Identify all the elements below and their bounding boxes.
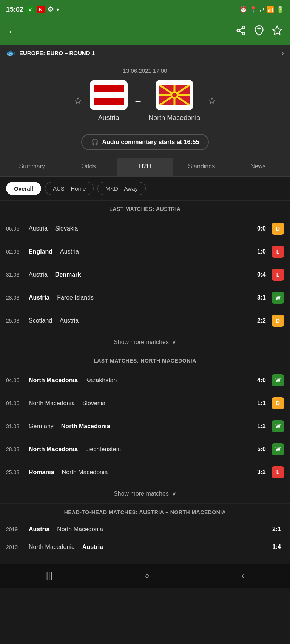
away-name: Austria <box>60 248 79 255</box>
nav-home-button[interactable]: ○ <box>144 571 149 581</box>
away-name: Slovenia <box>82 400 105 407</box>
svg-point-2 <box>242 32 245 35</box>
tab-news[interactable]: News <box>230 158 286 176</box>
status-n-icon: N <box>37 6 44 13</box>
chevron-down-icon: ∨ <box>172 490 176 497</box>
audio-commentary-button[interactable]: 🎧 Audio commentary starts at 16:55 <box>81 134 209 150</box>
result-badge: D <box>272 223 284 235</box>
location-icon: 📍 <box>250 6 257 13</box>
result-badge: L <box>272 246 284 258</box>
match-teams-cell: North Macedonia Slovenia <box>29 400 244 407</box>
home-favorite-icon[interactable]: ☆ <box>74 95 82 107</box>
away-name: Slovakia <box>55 225 78 232</box>
match-teams-cell: Romania North Macedonia <box>29 469 244 476</box>
svg-rect-8 <box>94 85 124 92</box>
status-dot: • <box>57 6 59 14</box>
svg-rect-9 <box>94 92 124 98</box>
home-name: Austria <box>29 294 49 301</box>
away-team-name: North Macedonia <box>148 114 200 122</box>
austria-match-3: 31.03. Austria Denmark 0:4 L <box>0 263 290 286</box>
result-badge: D <box>272 397 284 409</box>
show-more-mkd[interactable]: Show more matches ∨ <box>0 484 290 504</box>
svg-point-1 <box>237 29 240 32</box>
away-name: Austria <box>60 317 79 324</box>
score-cell: 3:1 <box>247 294 266 301</box>
status-v-icon: V <box>26 6 34 13</box>
austria-section-header: LAST MATCHES: AUSTRIA <box>0 200 290 217</box>
match-teams: ☆ Austria – <box>8 80 282 122</box>
match-header: 13.06.2021 17:00 ☆ Austria – <box>0 61 290 129</box>
score-cell: 0:4 <box>247 271 266 278</box>
svg-line-3 <box>239 31 242 33</box>
score-cell: 0:0 <box>247 225 266 232</box>
signal-icon: 📶 <box>267 6 274 13</box>
match-teams-cell: Austria North Macedonia <box>29 526 259 533</box>
match-vs-block: – <box>135 95 141 107</box>
score-cell: 1:1 <box>247 400 266 407</box>
mkd-match-5: 25.03. Romania North Macedonia 3:2 L <box>0 461 290 484</box>
tab-odds[interactable]: Odds <box>60 158 117 176</box>
match-date-cell: 04.06. <box>6 377 26 383</box>
result-badge: W <box>272 292 284 304</box>
svg-line-4 <box>239 28 242 30</box>
pin-button[interactable] <box>254 25 264 38</box>
score-cell: 5:0 <box>247 446 266 453</box>
audio-commentary-label: Audio commentary starts at 16:55 <box>102 139 199 146</box>
mkd-match-2: 01.06. North Macedonia Slovenia 1:1 D <box>0 392 290 415</box>
tab-h2h[interactable]: H2H <box>117 158 173 176</box>
mkd-match-1: 04.06. North Macedonia Kazakhstan 4:0 W <box>0 369 290 392</box>
home-name: Austria <box>29 271 48 278</box>
home-name: North Macedonia <box>29 377 78 384</box>
mkd-match-4: 28.03. North Macedonia Liechtenstein 5:0… <box>0 438 290 461</box>
home-team-name: Austria <box>98 114 119 122</box>
league-bar[interactable]: 🐟 EUROPE: EURO – ROUND 1 › <box>0 45 290 61</box>
status-gear-icon: ⚙ <box>48 5 54 14</box>
match-date-cell: 28.03. <box>6 446 26 452</box>
nav-menu-button[interactable]: ||| <box>46 571 52 581</box>
sync-icon: ⇄ <box>259 6 264 13</box>
show-more-austria[interactable]: Show more matches ∨ <box>0 332 290 352</box>
nav-back-button[interactable]: ‹ <box>241 571 244 581</box>
status-right-icons: ⏰ 📍 ⇄ 📶 🔋 <box>240 6 284 13</box>
austria-match-4: 28.03. Austria Faroe Islands 3:1 W <box>0 286 290 309</box>
svg-marker-7 <box>273 26 281 34</box>
battery-icon: 🔋 <box>276 6 284 13</box>
home-name: England <box>29 248 52 255</box>
filter-aus-home[interactable]: AUS – Home <box>45 182 94 195</box>
match-score-display: – <box>135 95 141 107</box>
tab-standings[interactable]: Standings <box>173 158 230 176</box>
filter-overall[interactable]: Overall <box>6 182 41 195</box>
filter-mkd-away[interactable]: MKD – Away <box>97 182 146 195</box>
score-cell: 2:2 <box>247 317 266 324</box>
back-button[interactable]: ← <box>8 26 17 37</box>
match-date-cell: 06.06. <box>6 226 26 232</box>
home-name: Germany <box>29 423 54 430</box>
svg-point-0 <box>242 26 245 29</box>
match-date-cell: 28.03. <box>6 295 26 301</box>
austria-match-2: 02.06. England Austria 1:0 L <box>0 240 290 263</box>
headphones-icon: 🎧 <box>91 138 99 146</box>
match-date-cell: 01.06. <box>6 400 26 406</box>
austria-match-1: 06.06. Austria Slovakia 0:0 D <box>0 217 290 240</box>
favorite-button[interactable] <box>272 25 282 38</box>
away-name: Austria <box>82 544 103 550</box>
h2h-match-1: 2019 Austria North Macedonia 2:1 <box>0 521 290 538</box>
match-date-cell: 31.03. <box>6 423 26 429</box>
match-date-cell: 2019 <box>6 544 26 550</box>
league-flag-icon: 🐟 <box>6 48 15 57</box>
away-name: North Macedonia <box>57 526 103 533</box>
match-teams-cell: North Macedonia Kazakhstan <box>29 377 244 384</box>
result-badge: L <box>272 269 284 281</box>
tab-summary[interactable]: Summary <box>4 158 60 176</box>
chevron-down-icon: ∨ <box>172 338 176 346</box>
audio-bar: 🎧 Audio commentary starts at 16:55 <box>0 129 290 158</box>
share-button[interactable] <box>236 25 246 38</box>
macedonia-section-header: LAST MATCHES: NORTH MACEDONIA <box>0 352 290 369</box>
match-teams-cell: North Macedonia Austria <box>29 544 259 550</box>
h2h-section-header: HEAD-TO-HEAD MATCHES: AUSTRIA – NORTH MA… <box>0 504 290 521</box>
home-name: North Macedonia <box>29 446 78 453</box>
match-date-cell: 2019 <box>6 526 26 532</box>
result-badge: W <box>272 420 284 432</box>
score-cell: 3:2 <box>247 469 266 476</box>
away-favorite-icon[interactable]: ☆ <box>208 95 216 107</box>
